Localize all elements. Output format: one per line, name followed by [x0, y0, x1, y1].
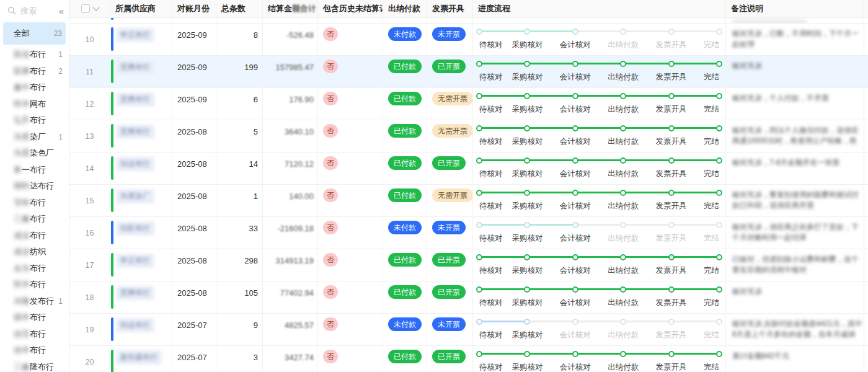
sidebar-supplier-item[interactable]: 兴度染厂 1	[0, 129, 69, 146]
progress-step-label: 完结	[704, 40, 719, 50]
sidebar-supplier-item[interactable]: 信宝布行	[0, 326, 69, 343]
sidebar-supplier-item[interactable]: 三鑫布行	[0, 211, 69, 228]
sidebar-supplier-item[interactable]: 双腾布行 2	[0, 63, 69, 80]
progress-flow: 待核对采购核对会计核对出纳付款发票开具完结	[479, 24, 719, 55]
count-cell: 9	[216, 314, 263, 345]
supplier-name-suffix: 发布行	[30, 296, 54, 307]
supplier-cell: 恒达布行	[110, 153, 172, 184]
progress-flow: 待核对采购核对会计核对出纳付款发票开具完结	[479, 185, 719, 216]
progress-step-dot	[716, 319, 722, 325]
supplier-cell: 宏腾布行	[110, 88, 172, 120]
status-bar	[111, 92, 113, 115]
sidebar-supplier-item[interactable]: 信丰布行	[0, 342, 69, 359]
sidebar-search-row: «	[0, 0, 69, 20]
progress-step-label: 待核对	[479, 40, 503, 50]
progress-step-label: 会计核对	[560, 40, 591, 50]
progress-step-label: 完结	[704, 298, 719, 308]
progress-step-label: 采购核对	[512, 330, 542, 340]
table-row[interactable]: 17 申正布行 2025-08 298 314913.19 否 已付款 已开票 …	[69, 249, 868, 281]
remark-cell: 核对无误	[726, 56, 868, 87]
supplier-name-redacted: 兴度	[14, 131, 30, 143]
supplier-name-redacted: 宝裕	[14, 197, 30, 208]
table-row[interactable]: 18 宏腾布行 2025-08 105 77402.94 否 已付款 已开票 待…	[69, 281, 868, 314]
amount-cell: 7120.12	[263, 153, 318, 184]
supplier-name-redacted: 申正布行	[116, 28, 154, 42]
sidebar-supplier-item[interactable]: 春一布行	[0, 162, 69, 179]
progress-step-label: 发票开具	[656, 72, 687, 82]
table-row[interactable]: 12 宏腾布行 2025-09 6 176.90 否 已付款 无需开票 待核对采…	[69, 88, 868, 120]
table-row[interactable]: 13 宏腾布行 2025-08 5 3640.10 否 已付款 无需开票 待核对…	[69, 120, 868, 153]
progress-step-dot	[476, 29, 482, 35]
sidebar-supplier-item[interactable]: 德丰布行	[0, 309, 69, 326]
progress-step-dot	[476, 254, 482, 260]
supplier-name-redacted: 德丰	[14, 312, 30, 323]
sidebar-supplier-item[interactable]: 恒丰布行	[0, 277, 69, 293]
supplier-name-suffix: 全部	[14, 28, 30, 39]
table-row[interactable]: 10 申正布行 2025-09 8 -526.48 否 未付款 未开票 待核对采…	[69, 24, 868, 56]
chevron-down-icon[interactable]	[92, 4, 99, 11]
sidebar-supplier-item[interactable]: 兴隆发布行 1	[0, 293, 69, 310]
sidebar-supplier-item[interactable]: 成业纺织	[0, 244, 69, 260]
supplier-cell: 兴度染厂	[110, 185, 172, 216]
supplier-name-redacted: 宏腾布行	[116, 125, 154, 139]
progress-step-label: 采购核对	[512, 169, 542, 179]
progress-step-dot	[524, 29, 530, 35]
progress-step-label: 发票开具	[656, 40, 687, 50]
supplier-name-suffix: 布行	[30, 312, 46, 323]
progress-step-label: 会计核对	[560, 72, 591, 82]
col-header-amount: 结算金额合计	[263, 0, 318, 17]
invoice-badge: 未开票	[432, 27, 466, 41]
progress-step-dot	[476, 125, 482, 131]
invoice-cell: 已开票	[427, 153, 473, 184]
sidebar-supplier-item[interactable]: 永兴布行	[0, 260, 69, 277]
progress-step-dot	[620, 125, 626, 131]
remark-cell: 核对无误，同法个人微信付款，请供应商通10000元时，再使用公户转账，然后尾数还…	[726, 120, 868, 152]
table-row[interactable]: 20 新恒盛布行 2025-07 3 3427.74 否 已付款 已开票 待核对…	[69, 346, 868, 372]
sidebar-supplier-item[interactable]: 恒丰网布	[0, 96, 69, 113]
table-row[interactable]: 14 恒达布行 2025-08 14 7120.12 否 已付款 已开票 待核对…	[69, 153, 868, 185]
supplier-cell: 恒彩布行	[110, 217, 172, 249]
sidebar-supplier-item[interactable]: 宝裕布行	[0, 195, 69, 211]
month-cell: 2025-08	[172, 120, 216, 152]
progress-step-label: 出纳付款	[608, 136, 639, 147]
progress-step-dot	[668, 286, 675, 293]
progress-step-label: 出纳付款	[608, 362, 639, 372]
sidebar-supplier-item[interactable]: 弘升布行	[0, 112, 69, 129]
select-all-checkbox[interactable]	[81, 4, 90, 13]
sidebar-supplier-item[interactable]: 双佳布行 1	[0, 46, 69, 63]
sidebar-supplier-item[interactable]: 三鑫隆布行	[0, 359, 69, 372]
progress-step-label: 出纳付款	[608, 201, 639, 211]
progress-step-label: 采购核对	[512, 265, 542, 276]
table-row[interactable]: 19 恒达布行 2025-07 9 4825.57 否 未付款 未开票 待核对采…	[69, 314, 868, 346]
status-bar	[111, 156, 113, 180]
amount-redacted: 77402.94	[280, 288, 314, 298]
sidebar-supplier-item[interactable]: 全部 23	[3, 22, 66, 45]
progress-step-label: 完结	[704, 72, 719, 82]
history-badge: 否	[323, 188, 338, 202]
progress-step-label: 出纳付款	[608, 265, 639, 276]
supplier-name-suffix: 布行	[30, 213, 46, 224]
remark-cell: 累计金额842千元	[726, 346, 868, 372]
collapse-sidebar-icon[interactable]: «	[59, 6, 64, 16]
progress-step-dot	[572, 29, 578, 35]
progress-step-label: 出纳付款	[608, 233, 639, 244]
amount-cell: -526.48	[263, 24, 318, 55]
progress-step-label: 出纳付款	[608, 169, 639, 179]
history-cell: 否	[318, 153, 383, 184]
progress-step-label: 采购核对	[512, 233, 542, 244]
supplier-cell: 新恒盛布行	[110, 346, 172, 372]
sidebar-supplier-item[interactable]: 成业布行	[0, 228, 69, 244]
sidebar-supplier-item[interactable]: 德利达布行	[0, 178, 69, 195]
sidebar-supplier-item[interactable]: 兴度染色厂	[0, 145, 69, 162]
progress-step-dot	[668, 319, 675, 325]
col-header-progress: 进度流程	[473, 0, 726, 17]
progress-step-label: 采购核对	[512, 136, 542, 147]
search-input[interactable]	[19, 6, 53, 16]
progress-flow: 待核对采购核对会计核对出纳付款发票开具完结	[479, 314, 719, 345]
progress-step-label: 发票开具	[656, 233, 687, 244]
table-row[interactable]: 15 兴度染厂 2025-08 1 140.00 否 已付款 无需开票 待核对采…	[69, 185, 868, 217]
table-row[interactable]: 11 宏腾布行 2025-09 199 157985.47 否 已付款 已开票 …	[69, 56, 868, 88]
payment-cell: 已付款	[383, 249, 427, 281]
sidebar-supplier-item[interactable]: 鑫中布行	[0, 79, 69, 96]
table-row[interactable]: 16 恒彩布行 2025-08 33 -21609.18 否 未付款 未开票 待…	[69, 217, 868, 249]
